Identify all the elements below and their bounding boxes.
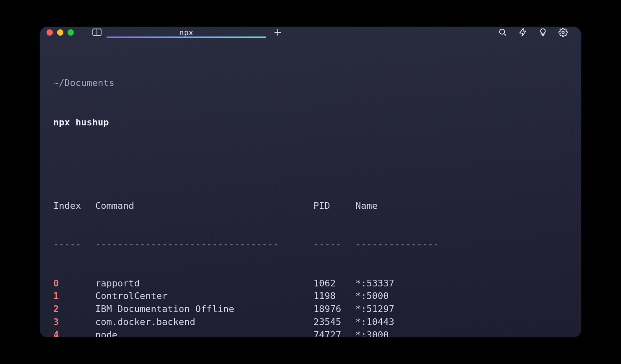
sep-pid: ----- xyxy=(313,238,355,251)
cell-pid: 1198 xyxy=(313,290,355,303)
titlebar-actions xyxy=(497,27,574,38)
close-button[interactable] xyxy=(47,29,53,36)
cell-name: *:10443 xyxy=(355,316,568,329)
cell-pid: 18976 xyxy=(313,303,355,316)
cell-index: 1 xyxy=(53,290,95,303)
minimize-button[interactable] xyxy=(57,29,63,36)
header-command: Command xyxy=(95,200,313,213)
cell-name: *:3000 xyxy=(355,329,568,337)
sep-index: ----- xyxy=(53,238,95,251)
table-header: Index Command PID Name xyxy=(53,200,568,213)
header-pid: PID xyxy=(313,200,355,213)
terminal-body[interactable]: ~/Documents npx hushup Index Command PID… xyxy=(40,38,581,337)
maximize-button[interactable] xyxy=(68,29,74,36)
gear-icon[interactable] xyxy=(558,27,569,38)
tab-npx[interactable]: npx xyxy=(107,27,266,38)
process-table: Index Command PID Name ----- -----------… xyxy=(53,174,568,337)
table-row: 4node74727*:3000 xyxy=(53,329,568,337)
cell-index: 3 xyxy=(53,316,95,329)
cell-name: *:53337 xyxy=(355,277,568,290)
new-tab-button[interactable] xyxy=(266,27,290,38)
svg-line-5 xyxy=(504,34,506,35)
lightbulb-icon[interactable] xyxy=(538,27,548,38)
titlebar: npx xyxy=(40,27,581,38)
table-row: 2IBM Documentation Offline18976*:51297 xyxy=(53,303,568,316)
tab-label: npx xyxy=(179,28,193,37)
sep-name: --------------- xyxy=(355,238,568,251)
cell-command: ControlCenter xyxy=(95,290,313,303)
cell-command: com.docker.backend xyxy=(95,316,313,329)
cell-index: 4 xyxy=(53,329,95,337)
cell-command: node xyxy=(95,329,313,337)
split-pane-icon[interactable] xyxy=(91,27,102,38)
cell-name: *:5000 xyxy=(355,290,568,303)
cell-command: rapportd xyxy=(95,277,313,290)
cell-command: IBM Documentation Offline xyxy=(95,303,313,316)
table-separator: ----- --------------------------------- … xyxy=(53,238,568,251)
header-name: Name xyxy=(355,200,568,213)
cell-pid: 23545 xyxy=(313,316,355,329)
svg-marker-6 xyxy=(520,29,526,36)
active-tab-indicator xyxy=(107,36,266,38)
sep-command: --------------------------------- xyxy=(95,238,313,251)
cell-index: 0 xyxy=(53,277,95,290)
cwd-line: ~/Documents xyxy=(53,77,568,90)
search-icon[interactable] xyxy=(497,27,508,38)
table-row: 1ControlCenter1198*:5000 xyxy=(53,290,568,303)
tab-strip: npx xyxy=(107,27,290,38)
cell-index: 2 xyxy=(53,303,95,316)
bolt-icon[interactable] xyxy=(517,27,528,38)
cell-pid: 74727 xyxy=(313,329,355,337)
cell-pid: 1062 xyxy=(313,277,355,290)
command-line: npx hushup xyxy=(53,116,568,129)
cell-name: *:51297 xyxy=(355,303,568,316)
window-controls xyxy=(47,29,74,36)
table-row: 3com.docker.backend23545*:10443 xyxy=(53,316,568,329)
svg-point-7 xyxy=(562,31,564,34)
header-index: Index xyxy=(53,200,95,213)
terminal-window: npx xyxy=(40,27,581,337)
table-row: 0rapportd1062*:53337 xyxy=(53,277,568,290)
